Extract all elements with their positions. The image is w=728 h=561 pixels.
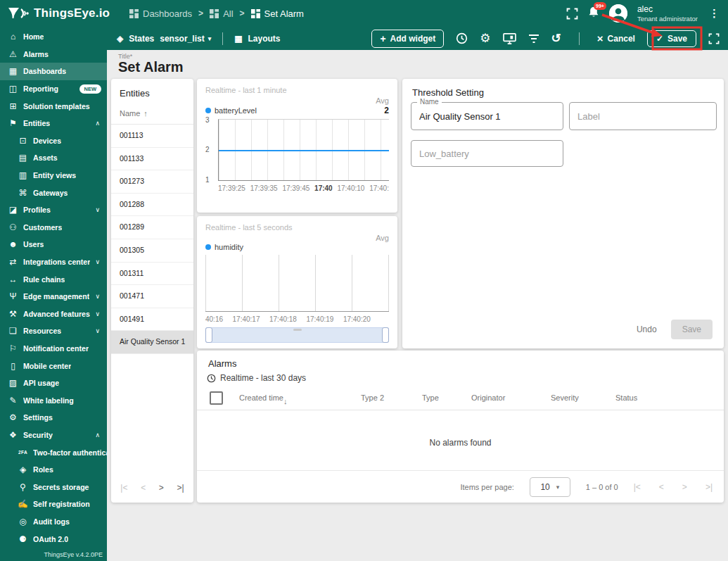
time-range-slider[interactable] [205,327,389,343]
entity-row[interactable]: 001305 [111,239,193,263]
kebab-menu-icon[interactable]: ⋮ [708,7,721,20]
alarms-timewindow-button[interactable]: Realtime - last 30 days [207,373,306,383]
sidebar-item-edge-management[interactable]: ΨEdge management∨ [0,288,107,305]
entity-row[interactable]: 001289 [111,216,193,239]
sidebar-item-assets[interactable]: ▤Assets [0,149,107,167]
sidebar-item-self-registration[interactable]: ✍Self registration [0,496,107,513]
entity-row[interactable]: 001491 [111,308,193,332]
entity-row[interactable]: 001133 [111,148,193,171]
sidebar-item-gateways[interactable]: ⌘Gateways [0,184,107,201]
timewindow-clock-icon[interactable] [456,32,468,44]
add-widget-button[interactable]: + Add widget [371,30,444,48]
breadcrumb-all[interactable]: All [210,8,233,19]
entities-next-page-icon[interactable]: > [159,483,164,493]
chart1-x-axis: 17:39:2517:39:3517:39:4517:4017:40:1017:… [205,184,389,192]
sidebar-item-devices[interactable]: ⊡Devices [0,132,107,150]
sidebar-item-solution-templates[interactable]: ⊞Solution templates [0,97,107,115]
entity-row[interactable]: 001471 [111,285,193,308]
sidebar-item-white-labeling[interactable]: ✎White labeling [0,391,107,409]
alarm-key-input[interactable] [411,141,563,166]
main-content: Title* Set Alarm Entities Name ↑ 0011130… [107,50,728,561]
page-size-select[interactable]: 10 ▾ [530,477,570,497]
fullscreen-icon[interactable] [708,33,720,44]
entities-prev-page-icon: < [141,483,146,493]
entity-row[interactable]: 001288 [111,194,193,217]
sidebar-item-notification-center[interactable]: ⚐Notification center [0,340,107,358]
entity-row[interactable]: Air Quality Sensor 1 [111,331,193,354]
sidebar-item-resources[interactable]: ❏Resources∨ [0,322,107,340]
column-header-created-time[interactable]: Created time ↓ [239,393,283,402]
chart2-legend-humidity[interactable]: humidity [205,243,243,251]
entity-row[interactable]: 001273 [111,170,193,194]
cancel-button[interactable]: × Cancel [597,32,635,44]
states-select[interactable]: sensor_list ▾ [160,34,211,44]
sidebar-item-label: Customers [23,223,62,232]
sidebar-item-secrets-storage[interactable]: ⚲Secrets storage [0,478,107,496]
sidebar-item-roles[interactable]: ◈Roles [0,461,107,479]
column-header-status[interactable]: Status [615,393,637,402]
select-all-checkbox[interactable] [210,391,223,405]
sidebar-item-api-usage[interactable]: ▨API usage [0,374,107,392]
sidebar-item-settings[interactable]: ⚙Settings [0,409,107,427]
user-name: alec [637,4,698,15]
settings-gear-icon[interactable]: ⚙ [480,32,490,44]
threshold-save-button[interactable]: Save [671,320,713,339]
entity-aliases-icon[interactable] [503,33,516,44]
battery-level-chart-widget[interactable]: Realtime - last 1 minute Avg batteryLeve… [197,79,397,213]
column-header-originator[interactable]: Originator [471,393,505,402]
humidity-chart-widget[interactable]: Realtime - last 5 seconds Avg humidity 4… [197,216,397,348]
undo-button[interactable]: Undo [637,324,657,334]
sidebar-item-rule-chains[interactable]: ↔Rule chains [0,270,107,288]
slider-left-handle[interactable] [205,327,212,343]
notifications-button[interactable]: 99+ [588,6,599,21]
sidebar-item-profiles[interactable]: ◪Profiles∨ [0,201,107,219]
chart1-legend-batteryLevel[interactable]: batteryLevel [205,106,257,115]
sidebar-item-advanced-features[interactable]: ⚒Advanced features∨ [0,305,107,323]
chevron-down-icon: ∨ [95,293,100,300]
sidebar-item-entities[interactable]: ⚑Entities∧ [0,115,107,132]
label-input[interactable] [570,103,716,130]
sidebar-item-integrations-center[interactable]: ⇄Integrations center∨ [0,253,107,271]
sidebar-item-users[interactable]: ☻Users [0,236,107,253]
sidebar-item-entity-views[interactable]: ▥Entity views [0,167,107,184]
fullscreen-icon[interactable] [566,8,578,20]
sidebar-item-home[interactable]: ⌂Home [0,28,107,46]
x-tick-label: 17:40 [314,184,333,192]
sidebar-item-reporting[interactable]: ◫ReportingNEW [0,80,107,98]
sidebar-item-alarms[interactable]: ⚠Alarms [0,46,107,63]
sidebar-item-mobile-center[interactable]: ▯Mobile center [0,357,107,374]
avatar[interactable] [609,4,627,23]
entity-views-icon: ▥ [18,170,28,180]
sidebar-item-audit-logs[interactable]: ◎Audit logs [0,513,107,531]
breadcrumb-dashboards[interactable]: Dashboards [129,8,192,19]
sidebar-item-two-factor-authentication[interactable]: 2FATwo-factor authenticati... [0,443,107,461]
layouts-button[interactable]: Layouts [248,34,281,44]
sidebar-item-label: Alarms [23,50,49,58]
entities-name-column-header[interactable]: Name ↑ [111,101,193,125]
version-history-icon[interactable]: ↺ [551,32,561,44]
entity-row[interactable]: 001113 [111,125,193,148]
x-tick-label: 17:40:10 [337,184,364,192]
sidebar-item-label: Two-factor authenticati... [33,448,107,457]
column-header-type[interactable]: Type [422,393,439,402]
sort-desc-icon: ↓ [283,397,288,405]
entity-row[interactable]: 001311 [111,263,193,286]
entities-last-page-icon[interactable]: >| [177,483,184,493]
page-title: Set Alarm [118,59,184,75]
sidebar-item-oauth[interactable]: ⚈OAuth 2.0 [0,530,107,548]
sidebar-item-label: Audit logs [33,517,70,526]
save-button[interactable]: ✓ Save [647,30,696,47]
name-input[interactable] [411,103,563,130]
sidebar-item-customers[interactable]: ⚇Customers [0,219,107,237]
chevron-down-icon: ∨ [95,206,100,213]
sidebar-item-dashboards[interactable]: ▦Dashboards [0,63,107,80]
alarms-icon: ⚠ [8,49,18,59]
chart2-timewindow: Realtime - last 5 seconds [205,223,389,232]
slider-right-handle[interactable] [382,327,389,343]
column-header-type-2[interactable]: Type 2 [361,393,384,402]
thingseye-logo[interactable]: ThingsEye.io [0,5,118,22]
close-icon: × [597,32,604,44]
filter-icon[interactable] [528,34,539,44]
sidebar-item-security[interactable]: ❖Security∧ [0,427,107,444]
column-header-severity[interactable]: Severity [551,393,579,402]
